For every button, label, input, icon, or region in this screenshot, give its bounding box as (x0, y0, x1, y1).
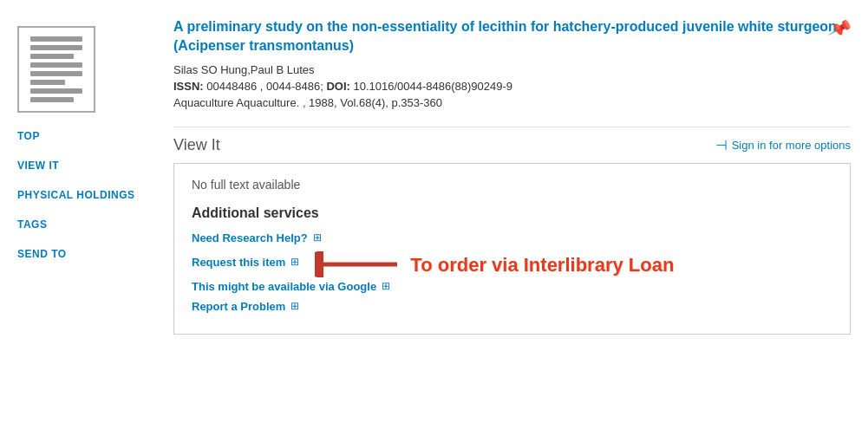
external-link-icon-google[interactable]: ⊞ (382, 280, 390, 292)
google-link[interactable]: This might be available via Google (192, 280, 376, 293)
view-it-header: View It ⊣ Sign in for more options (173, 136, 851, 154)
external-link-icon-request[interactable]: ⊞ (290, 256, 299, 268)
article-title: A preliminary study on the non-essential… (173, 17, 851, 56)
sidebar-item-tags[interactable]: TAGS (17, 218, 156, 231)
divider (173, 127, 851, 127)
issn-label: ISSN: (173, 80, 204, 93)
sidebar-item-physical-holdings[interactable]: PHYSICAL HOLDINGS (17, 189, 156, 201)
sidebar: TOP VIEW IT PHYSICAL HOLDINGS TAGS SEND … (17, 17, 156, 343)
doi-value: 10.1016/0044-8486(88)90249-9 (353, 80, 512, 93)
request-item-row: Request this item ⊞ To order via Inter (192, 251, 832, 280)
additional-services-label: Additional services (192, 205, 832, 221)
sign-in-text: Sign in for more options (732, 139, 851, 152)
research-help-link[interactable]: Need Research Help? (192, 231, 308, 244)
article-meta-issn: ISSN: 00448486 , 0044-8486; DOI: 10.1016… (173, 80, 851, 93)
no-full-text: No full text available (192, 178, 832, 192)
to-order-annotation: To order via Interlibrary Loan (410, 254, 674, 277)
service-row-report: Report a Problem ⊞ (192, 300, 832, 313)
red-arrow-annotation (315, 251, 401, 280)
doi-label: DOI: (326, 80, 349, 93)
view-it-label: View It (173, 136, 220, 154)
issn-value: 00448486 , 0044-8486; (206, 80, 323, 93)
article-header: A preliminary study on the non-essential… (173, 17, 851, 109)
sidebar-nav: TOP VIEW IT PHYSICAL HOLDINGS TAGS SEND … (17, 130, 156, 260)
article-authors: Silas SO Hung,Paul B Lutes (173, 63, 851, 76)
external-link-icon-research[interactable]: ⊞ (313, 231, 322, 244)
service-row-google: This might be available via Google ⊞ (192, 280, 832, 293)
sidebar-item-view-it[interactable]: VIEW IT (17, 159, 156, 172)
sign-in-link[interactable]: ⊣ Sign in for more options (715, 137, 851, 153)
sidebar-item-send-to[interactable]: SEND TO (17, 248, 156, 260)
article-journal: Aquaculture Aquaculture. , 1988, Vol.68(… (173, 96, 851, 109)
view-it-box: No full text available Additional servic… (173, 163, 851, 335)
main-content: A preliminary study on the non-essential… (156, 17, 851, 343)
service-row-research-help: Need Research Help? ⊞ (192, 231, 832, 244)
service-row-request-item: Request this item ⊞ (192, 256, 299, 269)
sidebar-item-top[interactable]: TOP (17, 130, 156, 142)
external-link-icon-report[interactable]: ⊞ (290, 300, 299, 312)
article-thumbnail (17, 26, 95, 113)
request-item-link[interactable]: Request this item (192, 256, 285, 269)
sign-in-icon: ⊣ (715, 137, 728, 153)
report-problem-link[interactable]: Report a Problem (192, 300, 285, 313)
